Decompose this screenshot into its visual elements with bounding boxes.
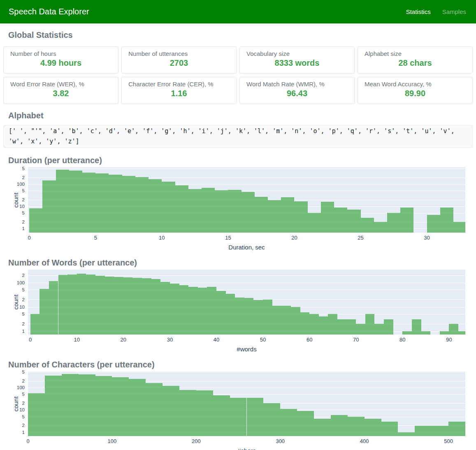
histogram-bar[interactable]: [163, 386, 179, 436]
histogram-bar[interactable]: [105, 277, 114, 335]
words-plot-area[interactable]: [28, 270, 465, 335]
histogram-bar[interactable]: [175, 185, 188, 233]
histogram-bar[interactable]: [230, 398, 247, 436]
histogram-bar[interactable]: [114, 277, 123, 335]
histogram-bar[interactable]: [294, 201, 307, 233]
histogram-bar[interactable]: [109, 175, 122, 233]
histogram-bar[interactable]: [384, 319, 393, 335]
histogram-bar[interactable]: [331, 415, 348, 436]
histogram-bar[interactable]: [374, 324, 384, 335]
histogram-bar[interactable]: [86, 275, 95, 335]
histogram-bar[interactable]: [381, 422, 398, 436]
histogram-bar[interactable]: [95, 276, 105, 335]
histogram-bar[interactable]: [280, 409, 297, 436]
histogram-bar[interactable]: [400, 208, 413, 233]
histogram-bar[interactable]: [69, 171, 82, 233]
histogram-bar[interactable]: [151, 279, 161, 335]
histogram-bar[interactable]: [56, 170, 69, 233]
histogram-bar[interactable]: [374, 222, 387, 233]
histogram-bar[interactable]: [95, 173, 109, 233]
histogram-bar[interactable]: [142, 278, 151, 335]
histogram-bar[interactable]: [196, 390, 213, 436]
histogram-bar[interactable]: [188, 189, 202, 233]
histogram-bar[interactable]: [263, 300, 272, 335]
histogram-bar[interactable]: [179, 390, 196, 436]
histogram-bar[interactable]: [253, 300, 263, 335]
histogram-bar[interactable]: [361, 218, 374, 233]
histogram-bar[interactable]: [129, 379, 146, 436]
histogram-bar[interactable]: [228, 190, 241, 233]
histogram-bar[interactable]: [213, 395, 230, 436]
histogram-bar[interactable]: [356, 324, 365, 335]
histogram-bar[interactable]: [440, 331, 449, 335]
histogram-bar[interactable]: [135, 177, 149, 233]
histogram-bar[interactable]: [146, 383, 163, 436]
histogram-bar[interactable]: [39, 289, 49, 335]
histogram-bar[interactable]: [432, 426, 448, 436]
histogram-bar[interactable]: [67, 275, 77, 335]
histogram-bar[interactable]: [309, 314, 319, 335]
histogram-bar[interactable]: [448, 422, 465, 436]
histogram-bar[interactable]: [244, 298, 254, 335]
histogram-bar[interactable]: [291, 307, 300, 335]
histogram-bar[interactable]: [412, 319, 421, 335]
histogram-bar[interactable]: [319, 316, 328, 335]
histogram-bar[interactable]: [216, 291, 226, 335]
histogram-bar[interactable]: [348, 417, 365, 436]
histogram-bar[interactable]: [297, 411, 314, 436]
histogram-bar[interactable]: [45, 376, 62, 436]
histogram-bar[interactable]: [235, 298, 244, 335]
histogram-bar[interactable]: [241, 192, 255, 233]
histogram-bar[interactable]: [337, 319, 347, 335]
histogram-bar[interactable]: [347, 319, 356, 335]
histogram-bar[interactable]: [170, 284, 179, 335]
histogram-bar[interactable]: [162, 182, 175, 233]
histogram-bar[interactable]: [122, 176, 135, 233]
histogram-bar[interactable]: [281, 306, 291, 335]
nav-item-statistics[interactable]: Statistics: [406, 8, 431, 15]
histogram-bar[interactable]: [263, 403, 280, 436]
histogram-bar[interactable]: [29, 208, 42, 233]
histogram-bar[interactable]: [58, 275, 68, 335]
histogram-bar[interactable]: [42, 180, 56, 233]
histogram-bar[interactable]: [179, 285, 189, 335]
histogram-bar[interactable]: [321, 202, 334, 233]
histogram-bar[interactable]: [453, 222, 465, 233]
histogram-bar[interactable]: [28, 393, 45, 436]
histogram-bar[interactable]: [365, 419, 381, 436]
characters-plot-area[interactable]: [28, 372, 465, 436]
histogram-bar[interactable]: [202, 188, 215, 233]
histogram-bar[interactable]: [415, 426, 432, 436]
histogram-bar[interactable]: [198, 288, 207, 335]
histogram-bar[interactable]: [402, 331, 412, 335]
histogram-bar[interactable]: [95, 376, 112, 436]
histogram-bar[interactable]: [387, 213, 400, 233]
histogram-bar[interactable]: [268, 200, 281, 233]
histogram-bar[interactable]: [314, 419, 331, 436]
histogram-bar[interactable]: [247, 398, 264, 436]
histogram-bar[interactable]: [79, 374, 95, 436]
app-brand[interactable]: Speech Data Explorer: [9, 7, 89, 16]
histogram-bar[interactable]: [207, 287, 216, 335]
histogram-bar[interactable]: [365, 314, 375, 335]
histogram-bar[interactable]: [300, 312, 310, 335]
histogram-bar[interactable]: [255, 197, 268, 233]
histogram-bar[interactable]: [449, 324, 458, 335]
duration-plot-area[interactable]: [28, 167, 465, 233]
histogram-bar[interactable]: [132, 278, 142, 335]
histogram-bar[interactable]: [123, 277, 133, 335]
histogram-bar[interactable]: [49, 281, 58, 335]
histogram-bar[interactable]: [328, 314, 337, 335]
histogram-bar[interactable]: [308, 213, 321, 233]
histogram-bar[interactable]: [281, 197, 294, 233]
histogram-bar[interactable]: [62, 374, 79, 436]
nav-item-samples[interactable]: Samples: [442, 8, 466, 15]
histogram-bar[interactable]: [272, 306, 282, 335]
histogram-bar[interactable]: [347, 210, 360, 233]
histogram-bar[interactable]: [30, 314, 40, 335]
histogram-bar[interactable]: [458, 331, 465, 335]
histogram-bar[interactable]: [440, 208, 453, 233]
histogram-bar[interactable]: [215, 190, 228, 233]
histogram-bar[interactable]: [77, 274, 86, 335]
histogram-bar[interactable]: [226, 294, 235, 335]
